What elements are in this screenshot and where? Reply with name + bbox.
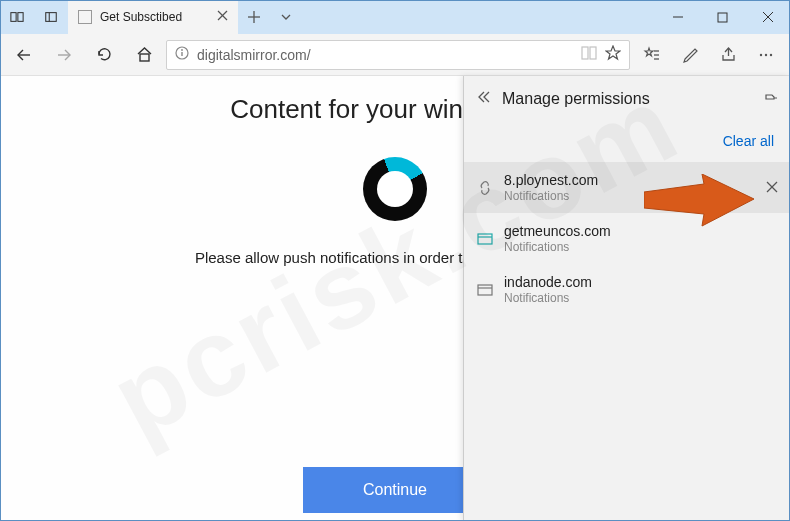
refresh-button[interactable] xyxy=(86,37,122,73)
home-button[interactable] xyxy=(126,37,162,73)
permission-sub: Notifications xyxy=(504,189,598,203)
tab-title: Get Subsctibed xyxy=(100,10,182,24)
favorites-list-icon[interactable] xyxy=(634,37,670,73)
new-tab-button[interactable] xyxy=(238,0,270,34)
pin-icon[interactable] xyxy=(763,90,778,109)
favorite-star-icon[interactable] xyxy=(605,45,621,64)
permission-sub: Notifications xyxy=(504,240,611,254)
permission-item[interactable]: 8.ploynest.com Notifications xyxy=(464,162,790,213)
permission-domain: 8.ploynest.com xyxy=(504,172,598,189)
permission-domain: indanode.com xyxy=(504,274,592,291)
svg-point-26 xyxy=(760,53,762,55)
tab-actions-button[interactable] xyxy=(0,0,34,34)
svg-rect-31 xyxy=(478,234,492,244)
svg-point-27 xyxy=(765,53,767,55)
share-icon[interactable] xyxy=(710,37,746,73)
close-window-button[interactable] xyxy=(745,0,790,34)
svg-rect-33 xyxy=(478,285,492,295)
tab-favicon xyxy=(78,10,92,24)
titlebar-left: Get Subsctibed xyxy=(0,0,302,34)
panel-title: Manage permissions xyxy=(502,90,753,108)
minimize-button[interactable] xyxy=(655,0,700,34)
permissions-list: 8.ploynest.com Notifications getmeuncos.… xyxy=(464,162,790,316)
panel-header: Manage permissions xyxy=(464,76,790,122)
clear-all-link[interactable]: Clear all xyxy=(723,133,774,149)
browser-toolbar: digitalsmirror.com/ xyxy=(0,34,790,76)
permission-item[interactable]: indanode.com Notifications xyxy=(464,264,790,315)
svg-rect-18 xyxy=(582,47,588,59)
svg-marker-20 xyxy=(606,46,620,59)
permission-sub: Notifications xyxy=(504,291,592,305)
toolbar-right xyxy=(634,37,784,73)
window-titlebar: Get Subsctibed xyxy=(0,0,790,34)
link-icon xyxy=(476,179,494,197)
set-aside-tabs-button[interactable] xyxy=(34,0,68,34)
tab-close-icon[interactable] xyxy=(217,10,228,24)
permission-domain: getmeuncos.com xyxy=(504,223,611,240)
reading-view-icon[interactable] xyxy=(581,46,597,63)
panel-back-icon[interactable] xyxy=(476,90,492,108)
menu-button[interactable] xyxy=(748,37,784,73)
address-bar[interactable]: digitalsmirror.com/ xyxy=(166,40,630,70)
site-info-icon[interactable] xyxy=(175,46,189,63)
notes-icon[interactable] xyxy=(672,37,708,73)
svg-rect-9 xyxy=(718,13,727,22)
svg-marker-21 xyxy=(645,48,653,56)
url-text: digitalsmirror.com/ xyxy=(197,47,573,63)
card-icon xyxy=(476,230,494,248)
svg-point-28 xyxy=(770,53,772,55)
back-button[interactable] xyxy=(6,37,42,73)
svg-rect-0 xyxy=(11,13,16,22)
svg-rect-19 xyxy=(590,47,596,59)
continue-button[interactable]: Continue xyxy=(303,467,487,513)
maximize-button[interactable] xyxy=(700,0,745,34)
svg-rect-2 xyxy=(46,13,57,22)
svg-point-17 xyxy=(181,49,183,51)
window-controls xyxy=(655,0,790,34)
svg-rect-14 xyxy=(140,54,149,61)
loading-ring-icon xyxy=(363,157,427,221)
permission-item[interactable]: getmeuncos.com Notifications xyxy=(464,213,790,264)
window-icon xyxy=(476,281,494,299)
forward-button[interactable] xyxy=(46,37,82,73)
tab-chevron-down-icon[interactable] xyxy=(270,0,302,34)
permissions-panel: Manage permissions Clear all 8.ploynest.… xyxy=(463,76,790,521)
browser-tab[interactable]: Get Subsctibed xyxy=(68,0,238,34)
clear-all-wrap: Clear all xyxy=(464,122,790,162)
remove-permission-icon[interactable] xyxy=(766,179,778,197)
svg-rect-1 xyxy=(18,13,23,22)
